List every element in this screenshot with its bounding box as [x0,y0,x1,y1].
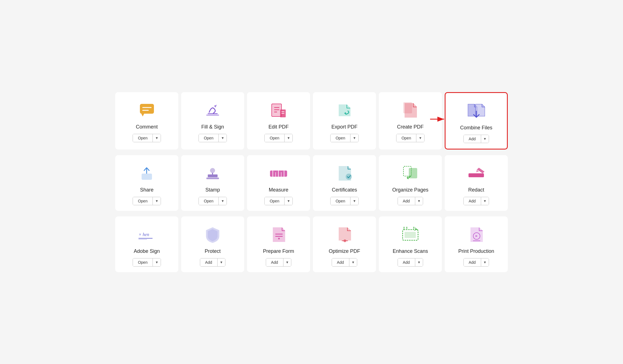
measure-dropdown-button[interactable]: ▼ [285,197,292,205]
protect-label: Protect [205,248,221,254]
prepare-form-icon [269,225,289,244]
tool-card-stamp: StampOpen▼ [181,155,244,211]
combine-files-dropdown-button[interactable]: ▼ [481,135,489,143]
svg-rect-14 [403,102,412,113]
tool-card-print-production: Print ProductionAdd▼ [445,216,508,272]
create-pdf-main-button[interactable]: Open [396,134,416,142]
comment-dropdown-button[interactable]: ▼ [153,134,161,142]
print-production-dropdown-button[interactable]: ▼ [481,258,489,266]
export-pdf-icon [335,101,354,120]
adobe-sign-label: Adobe Sign [134,248,160,254]
fill-sign-label: Fill & Sign [201,124,224,130]
svg-point-28 [346,174,352,179]
measure-icon [269,164,289,183]
stamp-button-group: Open▼ [199,197,227,205]
certificates-icon [335,164,354,183]
print-production-main-button[interactable]: Add [464,258,481,266]
comment-button-group: Open▼ [133,134,161,142]
redact-icon [467,164,486,183]
tool-card-export-pdf: Export PDFOpen▼ [313,92,376,150]
organize-pages-button-group: Add▼ [398,197,423,205]
enhance-scans-icon [401,225,420,244]
measure-label: Measure [269,187,288,193]
enhance-scans-dropdown-button[interactable]: ▼ [415,258,423,266]
tool-card-prepare-form: Prepare FormAdd▼ [247,216,310,272]
adobe-sign-dropdown-button[interactable]: ▼ [153,258,161,266]
enhance-scans-button-group: Add▼ [398,258,423,267]
combine-files-button-group: Add▼ [463,135,489,143]
protect-button-group: Add▼ [200,258,226,267]
svg-rect-41 [405,232,416,238]
tools-grid: CommentOpen▼ Fill & SignOpen▼ Edit PDFOp… [115,92,508,272]
fill-sign-dropdown-button[interactable]: ▼ [219,134,227,142]
print-production-icon [467,225,486,244]
tool-card-combine-files: Combine FilesAdd▼ [445,92,508,150]
edit-pdf-dropdown-button[interactable]: ▼ [285,134,292,142]
comment-main-button[interactable]: Open [133,134,153,142]
tool-card-comment: CommentOpen▼ [115,92,178,150]
share-icon [137,164,157,183]
create-pdf-dropdown-button[interactable]: ▼ [416,134,424,142]
combine-files-label: Combine Files [460,125,492,131]
adobe-sign-button-group: Open▼ [133,258,161,267]
optimize-pdf-main-button[interactable]: Add [332,258,349,266]
prepare-form-main-button[interactable]: Add [266,258,283,266]
redact-dropdown-button[interactable]: ▼ [481,197,489,205]
optimize-pdf-label: Optimize PDF [329,248,360,254]
organize-pages-label: Organize Pages [392,187,428,193]
optimize-pdf-dropdown-button[interactable]: ▼ [349,258,357,266]
adobe-sign-main-button[interactable]: Open [133,258,153,266]
organize-pages-dropdown-button[interactable]: ▼ [415,197,423,205]
optimize-pdf-button-group: Add▼ [332,258,357,267]
share-button-group: Open▼ [133,197,161,205]
protect-main-button[interactable]: Add [200,258,218,266]
svg-rect-17 [142,174,152,179]
measure-main-button[interactable]: Open [265,197,285,205]
tool-card-optimize-pdf: Optimize PDFAdd▼ [313,216,376,272]
enhance-scans-main-button[interactable]: Add [398,258,415,266]
create-pdf-label: Create PDF [397,124,424,130]
tool-card-redact: RedactAdd▼ [445,155,508,211]
tool-card-adobe-sign: × hen Adobe SignOpen▼ [115,216,178,272]
protect-icon [203,225,223,244]
print-production-label: Print Production [458,248,494,254]
tool-card-organize-pages: Organize PagesAdd▼ [379,155,442,211]
tool-card-edit-pdf: Edit PDFOpen▼ [247,92,310,150]
export-pdf-main-button[interactable]: Open [331,134,350,142]
fill-sign-button-group: Open▼ [199,134,227,142]
enhance-scans-label: Enhance Scans [393,248,428,254]
measure-button-group: Open▼ [264,197,293,205]
svg-rect-0 [140,104,154,114]
tool-card-measure: MeasureOpen▼ [247,155,310,211]
create-pdf-icon [401,101,420,120]
tool-card-protect: ProtectAdd▼ [181,216,244,272]
svg-rect-20 [208,174,218,177]
stamp-main-button[interactable]: Open [199,197,219,205]
prepare-form-dropdown-button[interactable]: ▼ [283,258,291,266]
svg-point-37 [278,238,280,239]
svg-text:× hen: × hen [139,232,149,237]
stamp-dropdown-button[interactable]: ▼ [219,197,227,205]
redact-main-button[interactable]: Add [464,197,481,205]
export-pdf-dropdown-button[interactable]: ▼ [350,134,358,142]
protect-dropdown-button[interactable]: ▼ [218,258,225,266]
edit-pdf-main-button[interactable]: Open [265,134,285,142]
certificates-button-group: Open▼ [330,197,359,205]
fill-sign-main-button[interactable]: Open [199,134,219,142]
tool-card-fill-sign: Fill & SignOpen▼ [181,92,244,150]
create-pdf-button-group: Open▼ [396,134,424,142]
organize-pages-main-button[interactable]: Add [398,197,415,205]
edit-pdf-label: Edit PDF [268,124,289,130]
share-main-button[interactable]: Open [133,197,153,205]
svg-point-18 [210,168,215,173]
svg-rect-6 [272,104,281,116]
stamp-label: Stamp [205,187,220,193]
export-pdf-label: Export PDF [331,124,357,130]
certificates-dropdown-button[interactable]: ▼ [350,197,358,205]
svg-rect-31 [469,173,484,177]
combine-files-main-button[interactable]: Add [464,135,481,143]
share-dropdown-button[interactable]: ▼ [153,197,161,205]
certificates-main-button[interactable]: Open [331,197,350,205]
prepare-form-button-group: Add▼ [266,258,292,267]
combine-files-arrow [429,115,447,125]
